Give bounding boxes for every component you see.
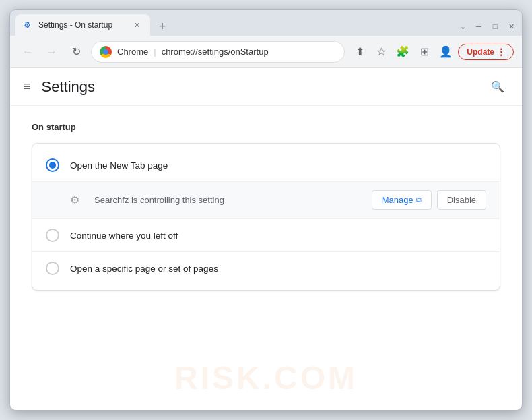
active-tab[interactable]: ⚙ Settings - On startup ✕ xyxy=(15,14,150,36)
option-new-tab-row[interactable]: Open the New Tab page xyxy=(32,149,500,181)
option-specific-row[interactable]: Open a specific page or set of pages xyxy=(32,252,500,284)
section-title: On startup xyxy=(32,122,500,132)
option-specific-label: Open a specific page or set of pages xyxy=(70,264,218,274)
option-new-tab-label: Open the New Tab page xyxy=(70,160,168,171)
controlled-actions: Manage ⧉ Disable xyxy=(372,190,486,210)
controlled-text: Searchfz is controlling this setting xyxy=(94,195,361,205)
title-bar: ⚙ Settings - On startup ✕ + ⌄ ─ □ ✕ xyxy=(10,10,522,36)
settings-header: ≡ Settings 🔍 xyxy=(10,68,522,106)
disable-label: Disable xyxy=(447,195,476,205)
disable-button[interactable]: Disable xyxy=(437,190,486,210)
window-minimize-button[interactable]: ─ xyxy=(473,21,484,32)
radio-new-tab-inner xyxy=(49,162,56,169)
window-close-button[interactable]: ✕ xyxy=(506,21,517,32)
reload-button[interactable]: ↻ xyxy=(67,42,86,61)
forward-button[interactable]: → xyxy=(42,42,61,61)
address-url: chrome://settings/onStartup xyxy=(162,47,269,57)
external-link-icon: ⧉ xyxy=(416,196,422,204)
manage-button[interactable]: Manage ⧉ xyxy=(372,190,432,210)
option-continue-row[interactable]: Continue where you left off xyxy=(32,219,500,251)
address-bar[interactable]: Chrome | chrome://settings/onStartup xyxy=(91,41,345,63)
tab-close-button[interactable]: ✕ xyxy=(131,20,142,30)
tab-title: Settings - On startup xyxy=(38,20,126,30)
window-chevron-button[interactable]: ⌄ xyxy=(457,21,468,32)
tab-favicon: ⚙ xyxy=(24,20,33,30)
manage-label: Manage xyxy=(382,195,413,205)
site-name: Chrome xyxy=(117,47,148,57)
radio-specific[interactable] xyxy=(46,262,59,275)
nav-bar: ← → ↻ Chrome | chrome://settings/onStart… xyxy=(10,36,522,68)
settings-body: On startup Open the New Tab page ⚙ Searc… xyxy=(10,106,522,410)
back-button[interactable]: ← xyxy=(18,42,37,61)
window-controls: ⌄ ─ □ ✕ xyxy=(457,21,517,36)
options-card: Open the New Tab page ⚙ Searchfz is cont… xyxy=(32,143,500,291)
browser-window: ⚙ Settings - On startup ✕ + ⌄ ─ □ ✕ ← → … xyxy=(9,9,523,411)
page-title: Settings xyxy=(42,78,96,96)
update-more-icon: ⋮ xyxy=(497,47,505,57)
page-content: PC RISK.COM ≡ Settings 🔍 On startup Open… xyxy=(10,68,522,410)
site-security-icon xyxy=(100,46,112,58)
radio-continue[interactable] xyxy=(46,229,59,242)
menu-icon[interactable]: ≡ xyxy=(24,80,31,94)
option-continue-label: Continue where you left off xyxy=(70,231,178,241)
radio-new-tab[interactable] xyxy=(46,158,59,172)
grid-button[interactable]: ⊞ xyxy=(415,42,434,61)
profile-button[interactable]: 👤 xyxy=(436,42,455,61)
controlled-row: ⚙ Searchfz is controlling this setting M… xyxy=(32,181,500,218)
update-label: Update xyxy=(467,47,494,57)
extension-button[interactable]: 🧩 xyxy=(393,42,412,61)
controlled-icon: ⚙ xyxy=(70,193,84,207)
update-button[interactable]: Update ⋮ xyxy=(458,44,514,60)
search-button[interactable]: 🔍 xyxy=(487,76,508,98)
address-separator: | xyxy=(154,47,156,57)
bookmark-button[interactable]: ☆ xyxy=(372,42,391,61)
new-tab-button[interactable]: + xyxy=(153,17,172,36)
nav-actions: ⬆ ☆ 🧩 ⊞ 👤 Update ⋮ xyxy=(350,42,514,61)
window-maximize-button[interactable]: □ xyxy=(490,21,500,32)
share-button[interactable]: ⬆ xyxy=(350,42,369,61)
